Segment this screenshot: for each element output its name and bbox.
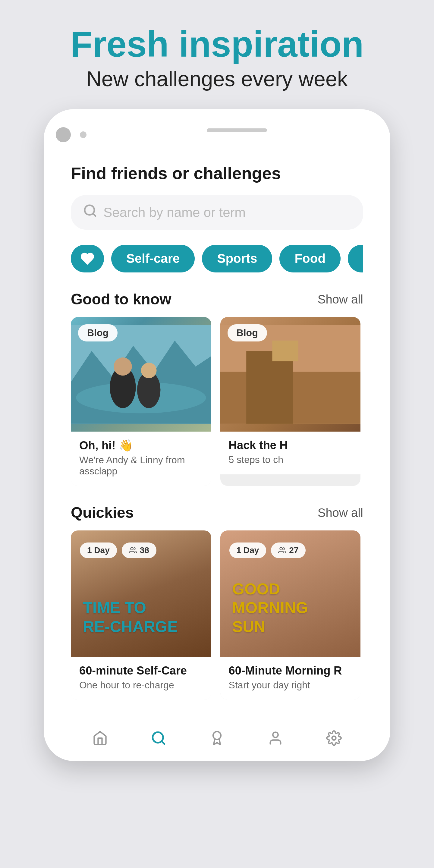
- quickies-show-all[interactable]: Show all: [318, 506, 363, 520]
- quickies-section: Quickies Show all 1 Day: [71, 504, 363, 700]
- quickie-card-2-participants: 27: [271, 542, 306, 558]
- nav-badge[interactable]: [197, 727, 237, 749]
- quickie-card-2-image: 1 Day 27: [220, 530, 361, 657]
- home-icon: [92, 730, 108, 746]
- quickie-card-2-desc: Start your day right: [229, 680, 352, 691]
- good-to-know-header: Good to know Show all: [71, 290, 363, 308]
- quickies-header: Quickies Show all: [71, 504, 363, 521]
- good-to-know-show-all[interactable]: Show all: [318, 293, 363, 306]
- quickie-card-2-duration: 1 Day: [229, 542, 267, 558]
- settings-icon: [326, 730, 342, 746]
- quickie-card-1-image: 1 Day 38: [71, 530, 211, 657]
- search-bar[interactable]: Search by name or term: [71, 195, 363, 230]
- chip-heart[interactable]: [71, 245, 104, 273]
- quickie-card-1-desc: One hour to re-charge: [79, 680, 203, 691]
- phone-screen: Find friends or challenges Search by nam…: [56, 151, 378, 761]
- phone-notch: [207, 128, 267, 132]
- blog-card-1-text: Oh, hi! 👋 We're Andy & Linny from asscla…: [71, 432, 211, 486]
- page-heading: Find friends or challenges: [71, 163, 363, 183]
- blog-card-1-desc: We're Andy & Linny from assclapp: [79, 455, 203, 477]
- quickie-card-1-participants: 38: [122, 542, 156, 558]
- search-nav-icon: [151, 730, 166, 746]
- nav-search[interactable]: [138, 727, 179, 749]
- svg-point-13: [130, 547, 133, 550]
- hero-section: Fresh inspiration New challenges every w…: [70, 24, 364, 91]
- category-chips: Self-care Sports Food Housel: [71, 245, 363, 273]
- chip-housel[interactable]: Housel: [348, 245, 363, 273]
- badge-icon: [209, 730, 225, 746]
- svg-line-1: [93, 213, 96, 216]
- svg-point-6: [114, 358, 132, 375]
- chip-sports[interactable]: Sports: [202, 245, 272, 273]
- nav-settings[interactable]: [314, 727, 354, 749]
- phone-dots: [80, 131, 87, 138]
- quickies-cards: 1 Day 38: [71, 530, 363, 700]
- svg-rect-11: [246, 351, 293, 424]
- nav-home[interactable]: [80, 727, 120, 749]
- blog-card-2[interactable]: Blog Hack the H 5 steps to ch: [220, 317, 361, 486]
- search-placeholder-text: Search by name or term: [103, 205, 246, 220]
- quickies-title: Quickies: [71, 504, 133, 521]
- chip-self-care[interactable]: Self-care: [111, 245, 195, 273]
- blog-card-1-title: Oh, hi! 👋: [79, 439, 203, 452]
- chip-food[interactable]: Food: [279, 245, 341, 273]
- hero-subtitle: New challenges every week: [70, 67, 364, 91]
- quickie-card-1-text: 60-minute Self-Care One hour to re-charg…: [71, 657, 211, 700]
- quickie-card-1-overlay: TIME TORE-CHARGE: [80, 598, 181, 645]
- good-to-know-cards: Blog Oh, hi! 👋 We're Andy & Linny from a…: [71, 317, 363, 486]
- quickie-card-1-duration: 1 Day: [80, 542, 117, 558]
- blog-card-2-text: Hack the H 5 steps to ch: [220, 432, 361, 474]
- blog-card-2-title: Hack the H: [229, 439, 352, 452]
- quickie-card-2-overlay: GOOD MORNINGSUN: [229, 580, 352, 645]
- hero-title: Fresh inspiration: [70, 24, 364, 64]
- quickie-card-1-meta: 1 Day 38: [80, 542, 156, 558]
- search-icon: [83, 204, 97, 221]
- svg-rect-12: [272, 341, 298, 361]
- phone-dot-1: [80, 131, 87, 138]
- svg-point-14: [280, 547, 283, 550]
- svg-point-8: [141, 363, 157, 378]
- blog-card-1[interactable]: Blog Oh, hi! 👋 We're Andy & Linny from a…: [71, 317, 211, 486]
- blog-card-1-badge: Blog: [78, 324, 118, 341]
- blog-card-2-desc: 5 steps to ch: [229, 454, 352, 465]
- profile-icon: [268, 730, 283, 746]
- quickie-card-1[interactable]: 1 Day 38: [71, 530, 211, 700]
- svg-point-19: [332, 736, 336, 740]
- svg-line-16: [161, 741, 164, 744]
- phone-camera: [56, 127, 71, 142]
- svg-point-18: [273, 733, 278, 738]
- quickie-card-2-title: 60-Minute Morning R: [229, 664, 352, 677]
- good-to-know-title: Good to know: [71, 290, 171, 308]
- quickie-card-2[interactable]: 1 Day 27: [220, 530, 361, 700]
- quickie-card-1-title: 60-minute Self-Care: [79, 664, 203, 677]
- nav-profile[interactable]: [255, 727, 296, 749]
- phone-top-bar: [56, 124, 378, 151]
- blog-card-2-badge: Blog: [227, 324, 267, 341]
- bottom-nav: [71, 718, 363, 761]
- quickie-card-2-text: 60-Minute Morning R Start your day right: [220, 657, 361, 700]
- quickie-card-2-meta: 1 Day 27: [229, 542, 306, 558]
- phone-mockup: Find friends or challenges Search by nam…: [44, 109, 390, 761]
